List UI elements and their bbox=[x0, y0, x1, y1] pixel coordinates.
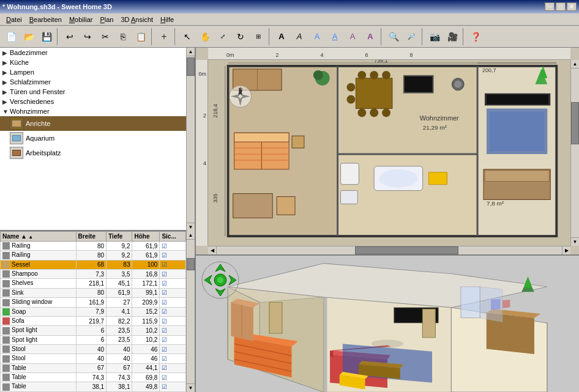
table-row[interactable]: Stool404046☑ bbox=[1, 354, 186, 363]
cell-visible[interactable]: ☑ bbox=[160, 335, 186, 344]
tree-item-arbeitsplatz[interactable]: Arbeitsplatz bbox=[0, 146, 186, 160]
undo-button[interactable]: ↩ bbox=[61, 28, 78, 45]
text-button[interactable]: A bbox=[273, 28, 290, 45]
scroll-v-down[interactable]: ▼ bbox=[571, 237, 579, 246]
cell-visible[interactable]: ☑ bbox=[160, 363, 186, 372]
table-row[interactable]: Spot light623,510,2☑ bbox=[1, 326, 186, 335]
move-button[interactable]: ⤢ bbox=[214, 28, 231, 45]
cut-button[interactable]: ✂ bbox=[97, 28, 114, 45]
text6-button[interactable]: A bbox=[362, 28, 379, 45]
hand-button[interactable]: ✋ bbox=[196, 28, 214, 45]
cell-visible[interactable]: ☑ bbox=[160, 242, 186, 251]
scroll-h-track[interactable] bbox=[217, 246, 562, 254]
tree-item-wohnzimmer[interactable]: ▼ Wohnzimmer bbox=[0, 106, 186, 116]
zoom-out-button[interactable]: 🔎 bbox=[403, 28, 420, 45]
floor-plan-canvas[interactable]: Wohnzimmer 21,29 m² 200,7 bbox=[208, 60, 570, 246]
resize-button[interactable]: ⊞ bbox=[250, 28, 267, 45]
cell-visible[interactable]: ☑ bbox=[160, 382, 186, 391]
table-row[interactable]: Railing809,261,9☑ bbox=[1, 242, 186, 251]
table-row[interactable]: Sink8061,999,1☑ bbox=[1, 288, 186, 297]
table-row[interactable]: Sliding window161,927209,9☑ bbox=[1, 298, 186, 307]
cell-visible[interactable]: ☑ bbox=[160, 307, 186, 316]
tree-item-anrichte[interactable]: Anrichte bbox=[0, 116, 186, 131]
tree-scroll-track[interactable] bbox=[187, 56, 195, 223]
menu-datei[interactable]: Datei bbox=[2, 15, 26, 24]
tree-item-schlafzimmer[interactable]: ▶ Schlafzimmer bbox=[0, 77, 186, 87]
menu-bearbeiten[interactable]: Bearbeiten bbox=[26, 15, 65, 24]
open-button[interactable]: 📂 bbox=[20, 28, 37, 45]
video-button[interactable]: 🎥 bbox=[444, 28, 461, 45]
redo-button[interactable]: ↪ bbox=[79, 28, 96, 45]
scroll-h-thumb[interactable] bbox=[355, 246, 458, 254]
text3-button[interactable]: A bbox=[308, 28, 326, 45]
scroll-v-thumb[interactable] bbox=[571, 102, 579, 144]
help-button[interactable]: ❓ bbox=[467, 28, 484, 45]
table-scroll-thumb[interactable] bbox=[187, 258, 195, 270]
add-furniture-button[interactable]: + bbox=[155, 28, 173, 45]
table-row[interactable]: Shampoo7,33,516,8☑ bbox=[1, 270, 186, 279]
col-hohe[interactable]: Höhe bbox=[132, 232, 160, 242]
camera-button[interactable]: 📷 bbox=[426, 28, 443, 45]
floor-plan-scroll-h[interactable]: ◀ ▶ bbox=[208, 246, 570, 254]
text4-button[interactable]: A bbox=[326, 28, 343, 45]
table-row[interactable]: Soap7,94,115,2☑ bbox=[1, 307, 186, 316]
table-row[interactable]: Shelves218,145,1172,1☑ bbox=[1, 279, 186, 288]
scroll-h-right[interactable]: ▶ bbox=[562, 246, 570, 254]
close-button[interactable]: ✕ bbox=[567, 2, 577, 11]
col-sic[interactable]: Sic... bbox=[160, 232, 186, 242]
pointer-button[interactable]: ↖ bbox=[179, 28, 196, 45]
col-name[interactable]: Name ▲ bbox=[1, 232, 77, 242]
tree-scroll-up[interactable]: ▲ bbox=[187, 48, 195, 56]
text2-button[interactable]: A bbox=[291, 28, 308, 45]
cell-visible[interactable]: ☑ bbox=[160, 279, 186, 288]
menu-plan[interactable]: Plan bbox=[96, 15, 117, 24]
col-breite[interactable]: Breite bbox=[76, 232, 106, 242]
cell-visible[interactable]: ☑ bbox=[160, 373, 186, 382]
copy-button[interactable]: ⎘ bbox=[114, 28, 132, 45]
tree-scrollbar[interactable]: ▲ ▼ bbox=[186, 48, 195, 231]
table-scrollbar[interactable]: ▲ ▼ bbox=[186, 231, 195, 392]
table-row[interactable]: Sofa219,782,2115,9☑ bbox=[1, 316, 186, 325]
col-tiefe[interactable]: Tiefe bbox=[106, 232, 132, 242]
cell-visible[interactable]: ☑ bbox=[160, 298, 186, 307]
cell-visible[interactable]: ☑ bbox=[160, 354, 186, 363]
table-row[interactable]: Table74,374,369,8☑ bbox=[1, 373, 186, 382]
table-scroll-track[interactable] bbox=[187, 240, 195, 383]
scroll-v-up[interactable]: ▲ bbox=[571, 60, 579, 68]
table-row[interactable]: Table676744,1☑ bbox=[1, 363, 186, 372]
scroll-v-track[interactable] bbox=[571, 68, 579, 237]
tree-item-badezimmer[interactable]: ▶ Badezimmer bbox=[0, 48, 186, 57]
cell-visible[interactable]: ☑ bbox=[160, 288, 186, 297]
new-button[interactable]: 📄 bbox=[2, 28, 20, 45]
cell-visible[interactable]: ☑ bbox=[160, 316, 186, 325]
maximize-button[interactable]: □ bbox=[556, 2, 566, 11]
table-scroll-up[interactable]: ▲ bbox=[187, 231, 195, 240]
cell-visible[interactable]: ☑ bbox=[160, 344, 186, 353]
text5-button[interactable]: A bbox=[344, 28, 361, 45]
table-row[interactable]: Railing809,261,9☑ bbox=[1, 251, 186, 260]
cell-visible[interactable]: ☑ bbox=[160, 251, 186, 260]
tree-scroll-down[interactable]: ▼ bbox=[187, 223, 195, 231]
menu-3d-ansicht[interactable]: 3D Ansicht bbox=[117, 15, 157, 24]
zoom-in-button[interactable]: 🔍 bbox=[385, 28, 402, 45]
tree-item-kuche[interactable]: ▶ Küche bbox=[0, 57, 186, 67]
save-button[interactable]: 💾 bbox=[38, 28, 55, 45]
menu-hilfe[interactable]: Hilfe bbox=[157, 15, 177, 24]
tree-item-aquarium[interactable]: Aquarium bbox=[0, 131, 186, 146]
tree-item-verschiedenes[interactable]: ▶ Verschiedenes bbox=[0, 97, 186, 106]
tree-item-turen[interactable]: ▶ Türen und Fenster bbox=[0, 87, 186, 97]
table-row[interactable]: Table38,138,149,8☑ bbox=[1, 382, 186, 391]
cell-visible[interactable]: ☑ bbox=[160, 260, 186, 269]
paste-button[interactable]: 📋 bbox=[132, 28, 149, 45]
tree-item-lampen[interactable]: ▶ Lampen bbox=[0, 67, 186, 77]
floor-plan-scroll-v[interactable]: ▲ ▼ bbox=[570, 60, 579, 246]
table-row[interactable]: Stool404046☑ bbox=[1, 344, 186, 353]
table-row[interactable]: Spot light623,510,2☑ bbox=[1, 335, 186, 344]
table-row[interactable]: Sessel6883100☑ bbox=[1, 260, 186, 269]
table-scroll-down[interactable]: ▼ bbox=[187, 383, 195, 392]
scroll-h-left[interactable]: ◀ bbox=[208, 246, 217, 254]
cell-visible[interactable]: ☑ bbox=[160, 270, 186, 279]
cell-visible[interactable]: ☑ bbox=[160, 326, 186, 335]
rotate-button[interactable]: ↻ bbox=[232, 28, 249, 45]
minimize-button[interactable]: ─ bbox=[545, 2, 555, 11]
